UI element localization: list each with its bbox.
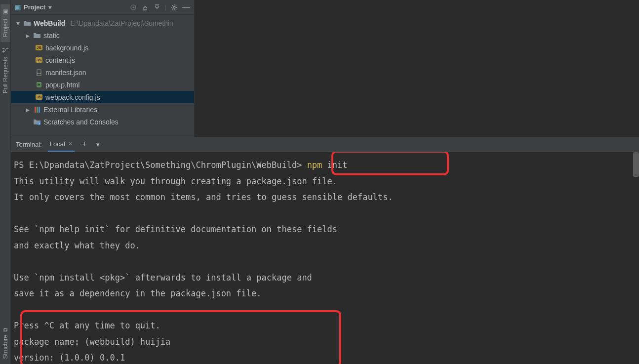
tree-item-label: External Libraries [43, 106, 97, 114]
project-panel-title[interactable]: ▣ Project ▾ [15, 3, 52, 11]
tree-item-label: background.js [45, 44, 88, 52]
js-file-icon: JS [35, 94, 43, 100]
svg-point-4 [173, 6, 175, 8]
html-file-icon: H [35, 82, 43, 87]
main-column: ▣ Project ▾ | — [11, 0, 639, 364]
gutter-tab-pull-requests[interactable]: Pull Requests ⎇ [0, 42, 10, 98]
vertical-scrollbar[interactable] [633, 152, 639, 177]
editor-area[interactable] [195, 0, 639, 137]
terminal-cmd-init: init [322, 160, 347, 170]
tree-item-label: content.js [45, 56, 75, 64]
tree-item-label: popup.html [45, 81, 80, 89]
js-file-icon: JS [35, 45, 43, 50]
terminal-line: version: (1.0.0) 0.0.1 [14, 353, 125, 363]
tree-file-background-js[interactable]: JS background.js [11, 41, 194, 54]
terminal-line: Press ^C at any time to quit. [14, 321, 160, 330]
gutter-tab-pr-label: Pull Requests [2, 57, 9, 93]
chevron-down-icon: ▾ [48, 3, 52, 11]
annotation-highlight-1 [331, 152, 449, 175]
project-tree[interactable]: ▾ WebBuild E:\Dpandata\ZatProject\Someth… [11, 15, 194, 137]
tree-external-libraries[interactable]: ▸ External Libraries [11, 103, 194, 116]
terminal-line: package name: (webbuild) huijia [14, 337, 170, 347]
tree-item-label: webpack.config.js [45, 93, 100, 101]
tree-item-label: manifest.json [45, 69, 86, 77]
gear-icon[interactable] [170, 3, 178, 11]
terminal-label: Terminal: [16, 141, 42, 148]
expand-all-icon[interactable] [141, 3, 149, 11]
project-icon: ▣ [2, 9, 9, 16]
close-icon[interactable]: ✕ [68, 141, 73, 147]
tree-root[interactable]: ▾ WebBuild E:\Dpandata\ZatProject\Someth… [11, 17, 194, 29]
terminal-line: and exactly what they do. [14, 241, 140, 250]
project-view-icon: ▣ [15, 3, 21, 11]
folder-icon [23, 20, 32, 27]
terminal-panel: Terminal: Local ✕ + ▾ PS E:\Dpandata\Zat… [11, 137, 639, 364]
tree-root-path: E:\Dpandata\ZatProject\Somethin [70, 19, 173, 27]
gutter-tab-project[interactable]: Project ▣ [0, 4, 10, 42]
new-session-icon[interactable]: + [80, 141, 88, 149]
terminal-body[interactable]: PS E:\Dpandata\ZatProject\Something\Chro… [11, 152, 639, 364]
tree-scratches-consoles[interactable]: Scratches and Consoles [11, 116, 194, 128]
collapse-all-icon[interactable] [153, 3, 161, 11]
json-file-icon [35, 69, 43, 76]
pull-request-icon: ⎇ [2, 47, 9, 54]
project-panel-header: ▣ Project ▾ | — [11, 0, 194, 15]
top-area: ▣ Project ▾ | — [11, 0, 639, 137]
library-icon [33, 107, 41, 113]
terminal-line: save it as a dependency in the package.j… [14, 288, 262, 298]
tree-root-name: WebBuild [34, 19, 65, 27]
terminal-line: Use `npm install <pkg>` afterwards to in… [14, 273, 312, 283]
js-file-icon: JS [35, 57, 43, 63]
svg-point-6 [40, 73, 40, 74]
folder-icon [33, 32, 41, 39]
chevron-down-icon: ▾ [15, 19, 21, 27]
tree-file-content-js[interactable]: JS content.js [11, 54, 194, 66]
terminal-line: See `npm help init` for definitive docum… [14, 224, 337, 234]
gutter-tab-project-label: Project [2, 19, 9, 37]
left-tool-gutter: Project ▣ Pull Requests ⎇ Structure ⧉ [0, 0, 11, 364]
tree-item-label: static [43, 32, 60, 40]
terminal-header: Terminal: Local ✕ + ▾ [11, 137, 639, 152]
tree-item-label: Scratches and Consoles [43, 118, 119, 126]
terminal-cmd-npm: npm [307, 160, 322, 170]
tree-file-webpack-config[interactable]: JS webpack.config.js [11, 91, 194, 103]
project-panel: ▣ Project ▾ | — [11, 0, 195, 137]
svg-point-1 [132, 6, 134, 8]
svg-point-5 [38, 73, 39, 74]
chevron-down-icon[interactable]: ▾ [94, 141, 102, 149]
tree-file-manifest-json[interactable]: manifest.json [11, 66, 194, 79]
select-opened-file-icon[interactable] [129, 3, 137, 11]
gutter-tab-structure[interactable]: Structure ⧉ [0, 323, 10, 364]
tree-file-popup-html[interactable]: H popup.html [11, 79, 194, 91]
chevron-right-icon: ▸ [25, 32, 31, 40]
chevron-right-icon: ▸ [25, 106, 31, 114]
hide-panel-icon[interactable]: — [182, 3, 190, 11]
terminal-tab-label: Local [50, 140, 65, 148]
scratches-icon [33, 119, 41, 125]
tree-folder-static[interactable]: ▸ static [11, 29, 194, 41]
terminal-line: This utility will walk you through creat… [14, 176, 337, 186]
terminal-prompt: PS E:\Dpandata\ZatProject\Something\Chro… [14, 160, 307, 170]
structure-icon: ⧉ [2, 327, 9, 332]
terminal-tab-local[interactable]: Local ✕ [48, 137, 75, 152]
project-panel-title-text: Project [24, 3, 45, 11]
terminal-line: It only covers the most common items, an… [14, 192, 393, 202]
gutter-tab-structure-label: Structure [2, 335, 9, 359]
